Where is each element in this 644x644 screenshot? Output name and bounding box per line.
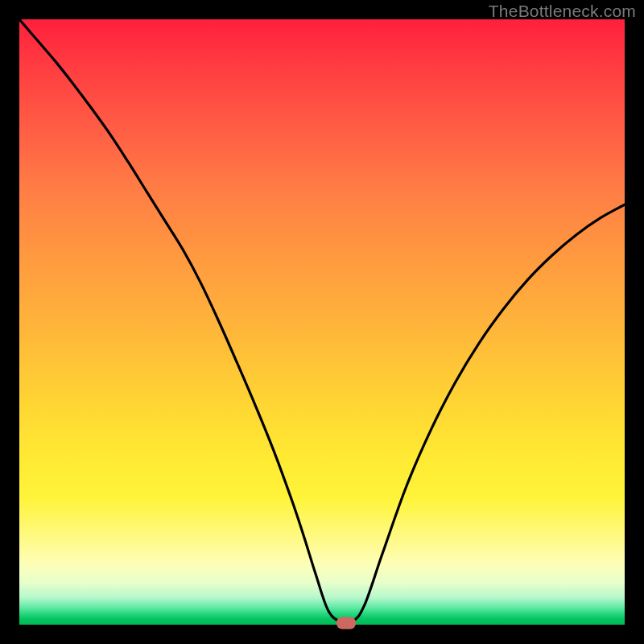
chart-frame: TheBottleneck.com — [0, 0, 644, 644]
plot-area — [19, 19, 625, 625]
optimal-point-marker — [336, 617, 356, 629]
watermark-text: TheBottleneck.com — [489, 2, 636, 21]
bottleneck-curve — [19, 19, 625, 625]
